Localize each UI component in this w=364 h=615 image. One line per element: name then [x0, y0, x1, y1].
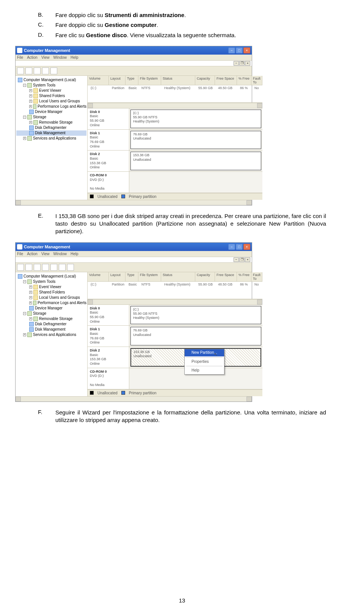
ctx-properties[interactable]: Properties [185, 358, 224, 366]
disk1-partition[interactable]: 76.69 GB Unallocated [130, 131, 261, 149]
col-type[interactable]: Type [126, 76, 138, 85]
collapse-icon[interactable]: − [23, 312, 26, 315]
expand-icon[interactable]: + [29, 317, 32, 320]
tree-devmgr[interactable]: Device Manager [16, 109, 86, 115]
scroll-right-icon[interactable] [257, 103, 262, 108]
tree-services[interactable]: +Services and Applications [16, 136, 86, 141]
mdi-min[interactable]: − [234, 61, 239, 66]
ctx-new-partition[interactable]: New Partition... [185, 349, 224, 356]
scroll-right-icon[interactable] [246, 200, 252, 205]
col-volume[interactable]: Volume [88, 272, 109, 281]
col-status[interactable]: Status [161, 76, 195, 85]
nav-fwd-icon[interactable] [25, 67, 32, 74]
scroll-right-icon[interactable] [257, 300, 262, 304]
tree-removable[interactable]: +Removable Storage [16, 316, 86, 322]
ctx-help[interactable]: Help [185, 367, 224, 374]
toolbar-icon-5[interactable] [50, 264, 57, 271]
menu-window[interactable]: Window [53, 252, 67, 256]
menu-action[interactable]: Action [27, 252, 38, 256]
tree-storage[interactable]: −Storage [16, 311, 86, 316]
menu-window[interactable]: Window [53, 55, 67, 60]
nav-back-icon[interactable] [17, 264, 24, 271]
col-fault[interactable]: Fault To [251, 272, 262, 281]
disk0-label[interactable]: Disk 0Basic 55.90 GB Online [88, 108, 129, 129]
maximize-button[interactable]: □ [236, 47, 243, 53]
tree-root[interactable]: Computer Management (Local) [16, 274, 86, 279]
mdi-close[interactable]: × [245, 61, 250, 66]
tree-shared[interactable]: +Shared Folders [16, 290, 86, 295]
disk0-partition[interactable]: (C:) 55.90 GB NTFS Healthy (System) [130, 306, 261, 325]
toolbar-icon-4[interactable] [42, 67, 49, 74]
menu-view[interactable]: View [41, 252, 50, 256]
scroll-left-icon[interactable] [88, 300, 93, 304]
expand-icon[interactable]: + [29, 100, 32, 103]
col-volume[interactable]: Volume [88, 76, 109, 85]
disk1-partition[interactable]: 76.69 GB Unallocated [130, 327, 261, 345]
tree-systools[interactable]: −System Tools [16, 279, 86, 284]
tree-storage[interactable]: −Storage [16, 115, 86, 120]
expand-icon[interactable]: + [29, 296, 32, 299]
tree-localusers[interactable]: +Local Users and Groups [16, 99, 86, 104]
scroll-right-icon[interactable] [246, 397, 252, 402]
close-button[interactable]: × [243, 244, 250, 250]
scroll-left-icon[interactable] [88, 103, 93, 108]
collapse-icon[interactable]: − [23, 84, 26, 87]
toolbar-icon-7[interactable] [67, 264, 74, 271]
disk-scroll[interactable] [88, 300, 262, 305]
tree-diskmgmt[interactable]: Disk Management [16, 327, 86, 332]
menu-help[interactable]: Help [71, 55, 78, 60]
col-fault[interactable]: Fault To [251, 76, 262, 85]
col-fs[interactable]: File System [138, 272, 161, 281]
expand-icon[interactable]: + [29, 105, 32, 108]
mdi-restore[interactable]: ❐ [239, 61, 245, 66]
disk0-label[interactable]: Disk 0Basic 55.90 GB Online [88, 305, 129, 326]
menu-help[interactable]: Help [71, 252, 78, 256]
maximize-button[interactable]: □ [236, 244, 243, 250]
col-free[interactable]: Free Space [215, 272, 237, 281]
menu-view[interactable]: View [41, 55, 50, 60]
disk0-partition[interactable]: (C:) 55.90 GB NTFS Healthy (System) [130, 110, 261, 128]
expand-icon[interactable]: + [29, 89, 32, 92]
tree-diskmgmt[interactable]: Disk Management [16, 130, 86, 136]
col-capacity[interactable]: Capacity [195, 272, 215, 281]
expand-icon[interactable]: + [23, 333, 26, 336]
disk-scroll[interactable] [88, 103, 262, 108]
nav-fwd-icon[interactable] [25, 264, 32, 271]
menu-file[interactable]: File [17, 55, 23, 60]
toolbar-icon-3[interactable] [34, 264, 41, 271]
cdrom-label[interactable]: CD-ROM 0DVD (D:) No Media [88, 368, 129, 389]
bottom-scroll[interactable] [16, 396, 252, 402]
col-status[interactable]: Status [161, 272, 195, 281]
expand-icon[interactable]: + [29, 291, 32, 294]
col-pctfree[interactable]: % Free [237, 272, 251, 281]
disk2-label[interactable]: Disk 2Basic 153.38 GB Online [88, 347, 129, 368]
col-layout[interactable]: Layout [109, 76, 126, 85]
tree-perf[interactable]: +Performance Logs and Alerts [16, 104, 86, 109]
tree-eventviewer[interactable]: +Event Viewer [16, 284, 86, 290]
toolbar-icon-5[interactable] [50, 67, 57, 74]
close-button[interactable]: × [243, 47, 250, 53]
menu-action[interactable]: Action [27, 55, 38, 60]
tree-perf[interactable]: +Performance Logs and Alerts [16, 300, 86, 306]
col-type[interactable]: Type [126, 272, 138, 281]
expand-icon[interactable]: + [29, 286, 32, 289]
scroll-left-icon[interactable] [16, 397, 21, 402]
disk1-label[interactable]: Disk 1Basic 76.69 GB Online [88, 130, 129, 151]
tree-shared[interactable]: +Shared Folders [16, 93, 86, 99]
menu-file[interactable]: File [17, 252, 23, 256]
expand-icon[interactable]: + [29, 301, 32, 304]
tree-removable[interactable]: +Removable Storage [16, 120, 86, 125]
toolbar-icon-3[interactable] [34, 67, 41, 74]
expand-icon[interactable]: + [29, 121, 32, 124]
col-layout[interactable]: Layout [109, 272, 126, 281]
mdi-close[interactable]: × [245, 257, 250, 262]
bottom-scroll[interactable] [16, 200, 252, 205]
disk2-partition[interactable]: 153.38 GB Unallocated [130, 152, 261, 170]
minimize-button[interactable]: − [228, 47, 235, 53]
tree-eventviewer[interactable]: +Event Viewer [16, 88, 86, 93]
mdi-restore[interactable]: ❐ [239, 257, 245, 262]
collapse-icon[interactable]: − [23, 280, 26, 283]
col-fs[interactable]: File System [138, 76, 161, 85]
scroll-left-icon[interactable] [16, 200, 21, 205]
disk1-label[interactable]: Disk 1Basic 76.69 GB Online [88, 326, 129, 347]
